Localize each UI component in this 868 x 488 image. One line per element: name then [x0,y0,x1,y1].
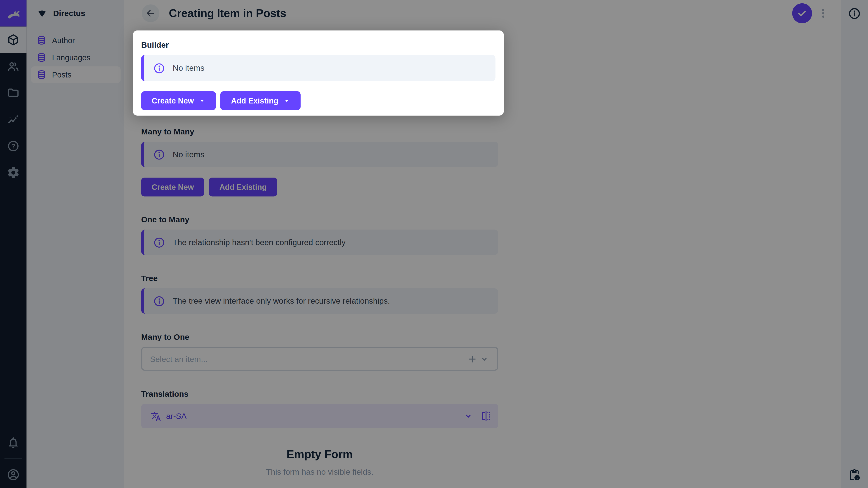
builder-drawer-card: Builder No items Create New Add Existing [133,31,504,116]
no-items-notice: No items [141,55,495,81]
create-new-dropdown-button[interactable]: Create New [141,91,216,110]
add-existing-label: Add Existing [231,96,278,105]
caret-down-icon [199,97,206,104]
info-icon [153,62,165,74]
directus-app: ? Direct [0,0,868,488]
add-existing-dropdown-button[interactable]: Add Existing [220,91,301,110]
drawer-field-label: Builder [141,41,495,49]
create-new-label: Create New [152,96,194,105]
caret-down-icon [283,97,290,104]
notice-text: No items [173,64,204,72]
